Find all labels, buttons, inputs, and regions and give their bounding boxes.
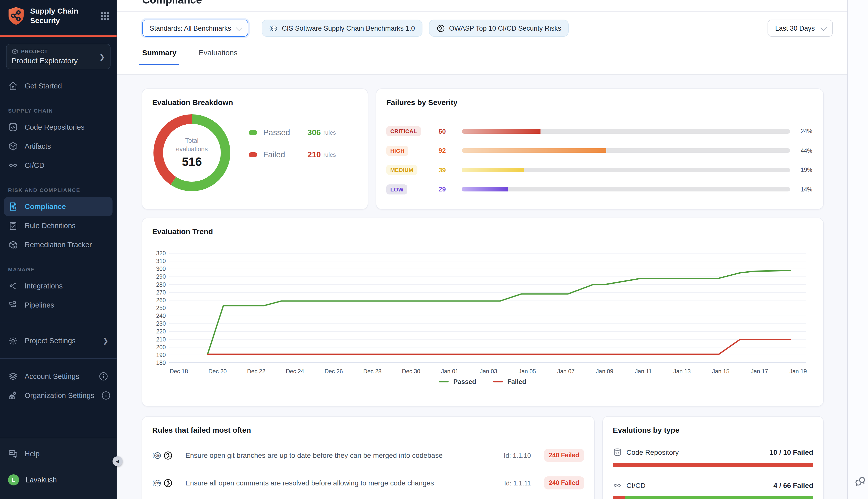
sidebar-item-label: Pipelines bbox=[25, 301, 54, 309]
sidebar-item-get-started[interactable]: Get Started bbox=[0, 76, 116, 96]
pipeline-icon bbox=[8, 300, 18, 310]
svg-text:Dec 20: Dec 20 bbox=[209, 368, 227, 375]
sidebar-item-project-settings[interactable]: Project Settings ❯ bbox=[0, 331, 116, 350]
sidebar-nav: Get Started SUPPLY CHAIN Code Repositori… bbox=[0, 76, 116, 405]
screen: Supply ChainSecurity PROJECT Product Exp… bbox=[0, 0, 868, 499]
breakdown-legend: Passed 306 rules Failed 210 rules bbox=[249, 128, 336, 172]
svg-text:180: 180 bbox=[156, 360, 166, 366]
sidebar-collapse-button[interactable]: ◀ bbox=[112, 456, 123, 466]
sidebar-item-label: CI/CD bbox=[25, 161, 45, 169]
standards-filter-dropdown[interactable]: Standards: All Benchmarks bbox=[142, 20, 248, 37]
svg-text:CIS: CIS bbox=[156, 482, 160, 484]
sidebar-item-artifacts[interactable]: Artifacts bbox=[0, 137, 116, 156]
svg-text:Dec 26: Dec 26 bbox=[324, 368, 343, 375]
svg-text:210: 210 bbox=[156, 336, 166, 343]
passed-line-swatch bbox=[439, 381, 449, 382]
sidebar-item-organization-settings[interactable]: Organization Settings bbox=[0, 386, 116, 405]
rule-id: Id: 1.1.11 bbox=[504, 479, 531, 487]
svg-text:280: 280 bbox=[156, 281, 166, 288]
svg-text:300: 300 bbox=[156, 266, 166, 272]
repo-icon bbox=[8, 122, 18, 132]
project-selector[interactable]: PROJECT Product Exploratory ❯ bbox=[6, 44, 111, 69]
sidebar-item-label: Rule Definitions bbox=[25, 222, 76, 230]
svg-text:190: 190 bbox=[156, 352, 166, 358]
box-tool-icon bbox=[8, 240, 18, 250]
sidebar-item-compliance[interactable]: Compliance bbox=[4, 197, 112, 216]
brand-accent-rule bbox=[0, 35, 116, 37]
main-area: Compliance Standards: All Benchmarks CIS… bbox=[117, 0, 847, 499]
sidebar-footer: Help L Lavakush bbox=[0, 438, 116, 499]
package-icon bbox=[12, 48, 18, 55]
sidebar-item-code-repositories[interactable]: Code Repositories bbox=[0, 118, 116, 137]
sidebar-item-rule-definitions[interactable]: Rule Definitions bbox=[0, 216, 116, 235]
severity-bar-track bbox=[462, 129, 790, 133]
legend-item-failed: Failed 210 rules bbox=[249, 150, 336, 159]
info-icon[interactable] bbox=[98, 372, 109, 381]
sidebar-item-cicd[interactable]: CI/CD bbox=[0, 156, 116, 175]
severity-percent: 14% bbox=[801, 186, 812, 192]
severity-bar-fill bbox=[462, 168, 524, 172]
severity-count: 39 bbox=[438, 166, 462, 174]
severity-percent: 19% bbox=[801, 167, 812, 173]
sidebar-item-pipelines[interactable]: Pipelines bbox=[0, 295, 116, 315]
rule-text: Ensure all open comments are resolved be… bbox=[185, 479, 483, 487]
scroll-gutter[interactable] bbox=[847, 0, 868, 499]
gear-icon bbox=[8, 336, 18, 346]
org-chart-icon bbox=[8, 390, 18, 401]
chip-label: OWASP Top 10 CI/CD Security Risks bbox=[449, 24, 561, 32]
sidebar-item-label: Code Repositories bbox=[25, 123, 85, 131]
date-range-dropdown[interactable]: Last 30 Days bbox=[768, 20, 833, 37]
sidebar-item-label: Organization Settings bbox=[25, 391, 94, 400]
filter-bar: Standards: All Benchmarks CIS CIS Softwa… bbox=[142, 20, 838, 37]
owasp-icon bbox=[436, 24, 445, 33]
share-nodes-icon bbox=[8, 281, 18, 291]
layers-gear-icon bbox=[8, 372, 18, 381]
sidebar-item-remediation-tracker[interactable]: Remediation Tracker bbox=[0, 235, 116, 254]
sidebar: Supply ChainSecurity PROJECT Product Exp… bbox=[0, 0, 117, 499]
section-label-risk-compliance: RISK AND COMPLIANCE bbox=[0, 187, 116, 193]
type-bar bbox=[613, 463, 813, 467]
rule-source-icons: CIS bbox=[152, 478, 180, 488]
card-title: Failures by Severity bbox=[386, 98, 813, 107]
info-icon[interactable] bbox=[101, 390, 111, 401]
sidebar-item-label: Project Settings bbox=[25, 337, 76, 345]
rule-row[interactable]: CIS Ensure all open comments are resolve… bbox=[152, 476, 584, 489]
chevron-right-icon: ❯ bbox=[102, 337, 109, 345]
user-name: Lavakush bbox=[26, 476, 57, 484]
benchmark-chip-owasp[interactable]: OWASP Top 10 CI/CD Security Risks bbox=[429, 20, 569, 37]
svg-text:240: 240 bbox=[156, 313, 166, 319]
svg-text:Dec 22: Dec 22 bbox=[247, 368, 265, 375]
rule-row[interactable]: CIS Ensure open git branches are up to d… bbox=[152, 449, 584, 462]
benchmark-chip-cis[interactable]: CIS CIS Software Supply Chain Benchmarks… bbox=[262, 20, 422, 37]
apps-grid-icon[interactable] bbox=[100, 12, 110, 21]
severity-bar-track bbox=[462, 187, 790, 192]
type-value: 10 / 10 Failed bbox=[770, 448, 813, 456]
app-logo-row: Supply ChainSecurity bbox=[0, 0, 116, 31]
severity-count: 92 bbox=[438, 147, 462, 154]
evaluations-donut-chart: Totalevaluations 516 bbox=[149, 110, 235, 195]
page-title: Compliance bbox=[142, 0, 202, 6]
sidebar-item-help[interactable]: Help bbox=[0, 444, 116, 463]
project-label: PROJECT bbox=[21, 49, 48, 54]
sidebar-item-account-settings[interactable]: Account Settings bbox=[0, 367, 116, 386]
svg-text:Dec 30: Dec 30 bbox=[402, 368, 420, 375]
rule-source-icons: CIS bbox=[152, 451, 180, 460]
svg-text:Jan 11: Jan 11 bbox=[635, 368, 652, 375]
section-label-supply-chain: SUPPLY CHAIN bbox=[0, 108, 116, 113]
failed-segment bbox=[613, 463, 813, 467]
sidebar-user[interactable]: L Lavakush bbox=[0, 470, 116, 489]
sidebar-item-integrations[interactable]: Integrations bbox=[0, 276, 116, 295]
tab-summary[interactable]: Summary bbox=[139, 48, 179, 65]
severity-badge: HIGH bbox=[386, 145, 409, 156]
card-title: Evaluation Trend bbox=[152, 227, 813, 236]
severity-row: LOW 29 14% bbox=[386, 183, 812, 195]
svg-text:320: 320 bbox=[156, 250, 166, 257]
sidebar-item-label: Help bbox=[25, 450, 40, 458]
svg-text:Dec 18: Dec 18 bbox=[170, 368, 188, 375]
project-name: Product Exploratory bbox=[12, 56, 99, 65]
chevron-down-icon bbox=[236, 24, 242, 31]
chat-widget-icon[interactable] bbox=[854, 475, 866, 487]
tab-evaluations[interactable]: Evaluations bbox=[199, 48, 238, 65]
severity-row: HIGH 92 44% bbox=[386, 145, 812, 157]
severity-bar-fill bbox=[462, 187, 508, 192]
